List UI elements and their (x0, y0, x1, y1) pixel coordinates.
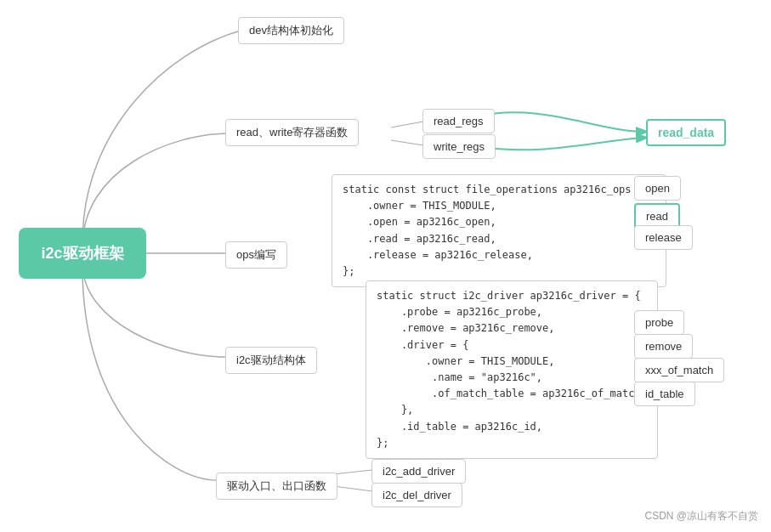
svg-line-0 (391, 122, 423, 127)
release-node: release (634, 225, 693, 250)
probe-node: probe (634, 310, 684, 335)
central-node: i2c驱动框架 (19, 228, 146, 279)
ops-code-block: static const struct file_operations ap32… (332, 174, 666, 287)
read-data-node: read_data (646, 119, 726, 146)
i2c-del-node: i2c_del_driver (371, 483, 462, 507)
svg-line-9 (333, 470, 372, 474)
dev-init-node: dev结构体初始化 (238, 17, 344, 44)
remove-node: remove (634, 334, 693, 359)
read-regs-node: read_regs (422, 109, 495, 133)
ops-node: ops编写 (225, 241, 287, 269)
i2c-add-node: i2c_add_driver (371, 459, 466, 484)
watermark: CSDN @凉山有客不自赏 (644, 509, 758, 524)
svg-line-1 (391, 140, 423, 145)
write-regs-node: write_regs (422, 134, 496, 159)
svg-line-10 (333, 486, 372, 491)
i2c-struct-node: i2c驱动结构体 (225, 347, 317, 374)
open-node: open (634, 176, 681, 201)
i2c-code-block: static struct i2c_driver ap3216c_driver … (366, 280, 658, 459)
xxx-of-match-node: xxx_of_match (634, 358, 724, 382)
rw-reg-node: read、write寄存器函数 (225, 119, 359, 146)
entry-exit-node: 驱动入口、出口函数 (216, 473, 337, 500)
id-table-node: id_table (634, 382, 695, 406)
